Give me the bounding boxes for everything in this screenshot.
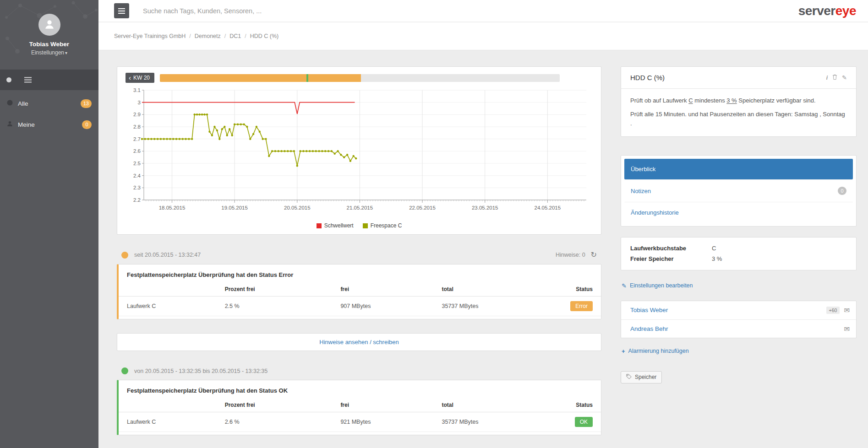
hinweise-link[interactable]: Hinweise ansehen / schreiben [319,339,399,345]
person-icon [44,18,55,32]
tab-label: Änderungshistorie [631,209,679,216]
tab-aenderungshistorie[interactable]: Änderungshistorie [624,202,853,223]
column-header: frei [340,284,442,297]
cell-free: 921 MBytes [340,412,442,432]
breadcrumb-separator: / [245,33,246,39]
hamburger-menu-icon[interactable] [114,3,129,18]
breadcrumb-item-current: HDD C (%) [250,33,279,39]
svg-text:2.4: 2.4 [133,173,141,178]
breadcrumb-item[interactable]: Demonetz [195,33,221,39]
info-icon[interactable]: i [826,75,828,81]
pencil-icon: ✎ [622,282,627,289]
svg-text:21.05.2015: 21.05.2015 [347,205,373,211]
table-row: Laufwerk C 2.6 % 921 MBytes 35737 MBytes… [119,412,601,432]
sensor-info-card: HDD C (%) i ✎ Prüft ob auf Laufwerk C mi… [621,66,857,137]
cell-percent: 2.5 % [225,297,341,316]
tag-icon [626,374,632,381]
search-input[interactable] [143,7,436,15]
detail-value: C [712,243,716,254]
svg-text:2.8: 2.8 [133,124,141,130]
sidebar-toolbar [0,70,98,90]
trash-icon[interactable] [832,74,837,81]
panel-tabs: Überblick Notizen 0 Änderungshistorie [621,155,857,227]
avatar[interactable] [38,14,60,36]
sidebar-item-alle[interactable]: Alle 13 [0,93,98,114]
alert-title: Festplattenspeicherplatz Überprüfung hat… [119,387,601,394]
status-dot-orange [121,252,128,259]
drive-letter-value[interactable]: C [688,97,693,104]
sidebar-item-meine[interactable]: Meine 0 [0,114,98,135]
status-dot-icon[interactable] [6,77,11,82]
svg-text:19.05.2015: 19.05.2015 [221,205,248,211]
legend-item: Schwellwert [317,222,354,229]
week-back-button[interactable]: ‹ KW 20 [126,73,154,83]
svg-text:22.05.2015: 22.05.2015 [409,205,436,211]
svg-text:2.2: 2.2 [133,197,141,203]
chart-legend: SchwellwertFreespace C [126,222,593,231]
svg-text:2.9: 2.9 [133,112,141,117]
alert-card-ok: Festplattenspeicherplatz Überprüfung hat… [117,380,601,435]
speicher-button[interactable]: Speicher [621,371,662,383]
hinweise-card: Hinweise ansehen / schreiben [117,333,601,351]
refresh-icon[interactable]: ↻ [591,251,597,259]
notizen-count-badge: 0 [838,187,846,195]
timeline-fill [160,74,361,82]
threshold-value[interactable]: 3 % [726,97,737,104]
cell-total: 35737 MBytes [442,412,548,432]
breadcrumb-separator: / [189,33,191,39]
breadcrumb-item[interactable]: Server-Eye Trainings GmbH [114,33,186,39]
logo-part-server: server [798,4,835,18]
settings-menu-toggle[interactable]: Einstellungen▾ [0,49,98,56]
envelope-icon[interactable]: ✉ [844,307,850,313]
plus-icon: + [622,348,625,355]
logo-part-eye: eye [835,4,856,18]
breadcrumb-item[interactable]: DC1 [229,33,241,39]
legend-swatch [363,223,368,228]
sidebar-nav: Alle 13 Meine 0 [0,90,98,135]
alert-card-error: Festplattenspeicherplatz Überprüfung hat… [117,264,601,319]
sensor-title: HDD C (%) [630,74,665,81]
contact-name-link[interactable]: Andreas Behr [630,325,668,332]
column-header: frei [340,399,442,412]
legend-item: Freespace C [363,222,402,229]
caret-down-icon: ▾ [65,50,67,55]
svg-text:3.1: 3.1 [133,87,141,93]
cell-drive: Laufwerk C [119,412,225,432]
column-header: Prozent frei [225,284,341,297]
envelope-icon[interactable]: ✉ [844,325,850,332]
timeline-row: ‹ KW 20 [126,73,593,83]
main-content: ‹ KW 20 18.05.201519.05.201520.05.201521… [98,50,868,448]
detail-value: 3 % [712,254,722,264]
column-header: Status [548,284,601,297]
tab-ueberblick[interactable]: Überblick [624,159,853,179]
status-time-label: seit 20.05.2015 - 13:32:47 [134,252,201,258]
svg-text:2.5: 2.5 [133,161,141,166]
chevron-left-icon: ‹ [129,74,131,81]
contacts-card: Tobias Weber +60 ✉ Andreas Behr ✉ [621,301,857,338]
tab-notizen[interactable]: Notizen 0 [624,179,853,202]
list-view-icon[interactable] [24,77,32,83]
brand-logo: servereye [798,5,856,17]
timeline-track[interactable] [160,74,560,82]
pencil-icon[interactable]: ✎ [842,74,847,81]
column-header: total [442,399,548,412]
count-badge: 13 [81,99,92,108]
globe-icon [7,100,13,107]
contact-name-link[interactable]: Tobias Weber [630,307,668,313]
alert-title: Festplattenspeicherplatz Überprüfung hat… [119,271,601,278]
week-label: KW 20 [133,75,150,81]
add-alarm-link[interactable]: + Alarmierung hinzufügen [621,348,857,355]
sidebar-item-label: Meine [18,121,35,128]
sidebar: Tobias Weber Einstellungen▾ Alle 13 [0,0,98,448]
chart-card: ‹ KW 20 18.05.201519.05.201520.05.201521… [117,66,601,235]
status-badge: OK [575,417,593,427]
user-profile: Tobias Weber Einstellungen▾ [0,0,98,56]
status-badge: Error [570,301,593,311]
svg-text:18.05.2015: 18.05.2015 [159,205,186,211]
svg-text:23.05.2015: 23.05.2015 [472,205,498,211]
svg-text:2.7: 2.7 [133,136,141,142]
edit-settings-link[interactable]: ✎ Einstellungen bearbeiten [621,282,857,289]
column-header: Prozent frei [225,399,341,412]
svg-text:3: 3 [138,100,141,105]
sensor-description-1: Prüft ob auf Laufwerk C mindestens 3 % S… [630,96,847,105]
